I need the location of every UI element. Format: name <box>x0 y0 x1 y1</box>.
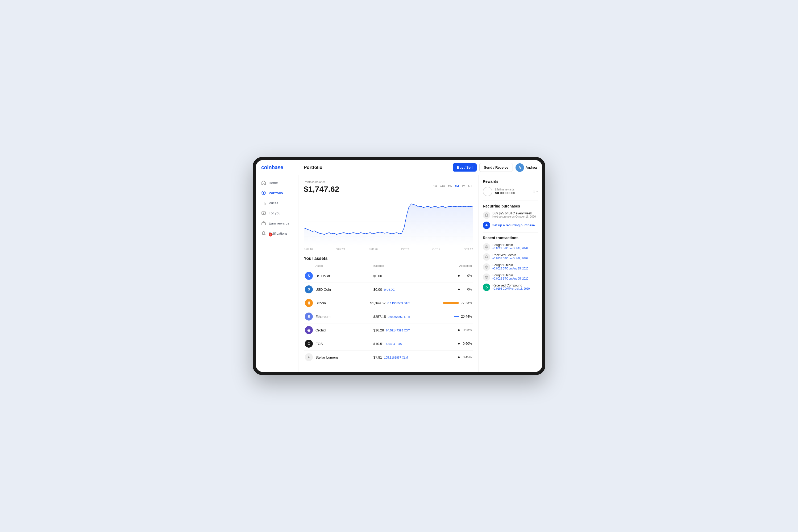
eth-alloc-bar <box>454 316 459 317</box>
recurring-item: Buy $25 of BTC every week Next occurence… <box>483 211 538 219</box>
oxt-icon: ◉ <box>305 326 313 334</box>
recurring-item-title: Buy $25 of BTC every week <box>492 211 536 215</box>
sidebar-item-home[interactable]: Home <box>256 178 298 188</box>
chart-label-oct7: OCT 7 <box>433 248 440 251</box>
tx-sub-1: +0.0021 BTC on Oct 09, 2020 <box>492 247 528 250</box>
timeframe-1m[interactable]: 1M <box>455 185 459 188</box>
right-panel: Rewards Lifetime rewards $0.00000000 ℹ ▾… <box>478 175 542 372</box>
chart-label-sep26: SEP 26 <box>369 248 378 251</box>
assets-section: Your assets Asset Balance Allocation $ U… <box>304 256 473 364</box>
setup-recurring-button[interactable]: + Set up a recurring purchase <box>483 222 538 229</box>
oxt-alloc-pct: 0.93% <box>462 328 472 332</box>
asset-row-usd[interactable]: $ US Dollar $0.00 0% <box>304 269 473 283</box>
xlm-icon: ✦ <box>305 353 313 361</box>
chart-timeframes: 1H 24H 1W 1M 1Y ALL <box>433 185 473 188</box>
btc-name: Bitcoin <box>316 301 370 305</box>
recurring-item-sub: Next occurence on October 16, 2020 <box>492 215 536 218</box>
recurring-info: Buy $25 of BTC every week Next occurence… <box>492 211 536 218</box>
rewards-chevron-icon[interactable]: ▾ <box>536 190 538 193</box>
timeframe-1h[interactable]: 1H <box>433 185 437 188</box>
btc-alloc-pct: 77.23% <box>461 301 472 305</box>
eth-alloc: 20.44% <box>451 315 472 318</box>
usdc-alloc-dot <box>458 289 460 290</box>
rewards-title: Rewards <box>483 179 538 184</box>
rewards-info: Lifetime rewards $0.00000000 <box>495 188 531 195</box>
rewards-amount: $0.00000000 <box>495 191 531 195</box>
usd-icon: $ <box>305 272 313 280</box>
chart-label-sep16: SEP 16 <box>304 248 313 251</box>
timeframe-1y[interactable]: 1Y <box>461 185 465 188</box>
timeframe-all[interactable]: ALL <box>468 185 473 188</box>
asset-row-btc[interactable]: ₿ Bitcoin $1,349.62 0.11905559 BTC 77.23… <box>304 296 473 310</box>
user-avatar[interactable]: A Andrea <box>515 163 537 172</box>
tx-item-1[interactable]: Bought Bitcoin +0.0021 BTC on Oct 09, 20… <box>483 243 538 251</box>
user-name: Andrea <box>526 166 537 169</box>
for-you-icon <box>261 211 266 215</box>
tx-item-2[interactable]: Received Bitcoin +0.0135 BTC on Oct 09, … <box>483 253 538 261</box>
tx-item-3[interactable]: Bought Bitcoin +0.0015 BTC on Aug 15, 20… <box>483 263 538 271</box>
svg-point-1 <box>263 192 264 194</box>
rewards-box: Lifetime rewards $0.00000000 ℹ ▾ <box>483 187 538 196</box>
svg-rect-6 <box>262 212 265 214</box>
tx-title-4: Bought Bitcoin <box>492 273 528 277</box>
eos-name: EOS <box>316 342 374 346</box>
tx-icon-2 <box>483 253 490 261</box>
usdc-balance: $0.00 0 USDC <box>374 288 451 291</box>
tx-sub-2: +0.0135 BTC on Oct 09, 2020 <box>492 257 528 260</box>
asset-row-oxt[interactable]: ◉ Orchid $16.28 64.59147393 OXT 0.93% <box>304 323 473 337</box>
btc-balance: $1,349.62 0.11905559 BTC <box>370 301 443 305</box>
sidebar-item-prices[interactable]: Prices <box>256 198 298 208</box>
eos-alloc: 0.60% <box>451 342 472 345</box>
notifications-icon: 1 <box>261 231 266 236</box>
xlm-alloc-dot <box>458 357 460 358</box>
tx-info-2: Received Bitcoin +0.0135 BTC on Oct 09, … <box>492 253 528 260</box>
tx-sub-3: +0.0015 BTC on Aug 15, 2020 <box>492 267 528 270</box>
sidebar-item-for-you[interactable]: For you <box>256 208 298 218</box>
tx-icon-3 <box>483 263 490 271</box>
tx-icon-5 <box>483 284 490 291</box>
btc-alloc: 77.23% <box>443 301 472 305</box>
svg-point-15 <box>486 255 487 257</box>
asset-row-usdc[interactable]: $ USD Coin $0.00 0 USDC 0% <box>304 283 473 296</box>
timeframe-1w[interactable]: 1W <box>448 185 452 188</box>
svg-marker-13 <box>304 204 473 246</box>
tablet-screen: coinbase Portfolio Buy / Sell Send / Rec… <box>256 160 542 372</box>
xlm-alloc-pct: 0.45% <box>462 355 472 359</box>
tx-item-4[interactable]: Bought Bitcoin +0.0016 BTC on Aug 05, 20… <box>483 273 538 281</box>
avatar-icon: A <box>515 163 524 172</box>
tx-info-4: Bought Bitcoin +0.0016 BTC on Aug 05, 20… <box>492 273 528 280</box>
buy-sell-button[interactable]: Buy / Sell <box>453 163 477 172</box>
tablet-frame: coinbase Portfolio Buy / Sell Send / Rec… <box>253 157 545 375</box>
usdc-icon: $ <box>305 285 313 293</box>
tx-item-5[interactable]: Received Compound +0.0195 COMP on Jul 16… <box>483 284 538 291</box>
portfolio-balance: $1,747.62 <box>304 185 339 194</box>
earn-rewards-label: Earn rewards <box>269 221 289 225</box>
timeframe-24h[interactable]: 24H <box>440 185 445 188</box>
svg-rect-4 <box>264 202 264 205</box>
asset-row-eos[interactable]: ⬡ EOS $10.51 4.0484 EOS 0.60% <box>304 337 473 350</box>
setup-recurring-label: Set up a recurring purchase <box>492 224 535 227</box>
chart-label-oct2: OCT 2 <box>401 248 409 251</box>
asset-row-xlm[interactable]: ✦ Stellar Lumens $7.81 105.1161867 XLM 0… <box>304 350 473 364</box>
chart-date-labels: SEP 16 SEP 21 SEP 26 OCT 2 OCT 7 OCT 12 <box>304 248 473 251</box>
asset-row-eth[interactable]: Ξ Ethereum $357.15 0.95468859 ETH 20.44% <box>304 310 473 323</box>
prices-label: Prices <box>269 201 278 205</box>
sidebar-item-notifications[interactable]: 1 Notifications <box>256 228 298 238</box>
rewards-circle-icon <box>483 187 492 196</box>
sidebar-item-portfolio[interactable]: Portfolio <box>256 188 298 198</box>
earn-rewards-icon <box>261 221 266 226</box>
tx-title-1: Bought Bitcoin <box>492 243 528 247</box>
usd-balance: $0.00 <box>374 274 451 278</box>
svg-rect-2 <box>262 204 262 205</box>
home-label: Home <box>269 181 278 185</box>
home-icon <box>261 180 266 185</box>
usdc-alloc: 0% <box>451 288 472 291</box>
btc-icon: ₿ <box>305 299 313 307</box>
rewards-actions: ℹ ▾ <box>533 189 538 194</box>
xlm-balance: $7.81 105.1161867 XLM <box>374 355 451 359</box>
send-receive-button[interactable]: Send / Receive <box>479 163 513 172</box>
sidebar-item-earn-rewards[interactable]: Earn rewards <box>256 218 298 228</box>
tx-icon-4 <box>483 273 490 281</box>
rewards-info-icon[interactable]: ℹ <box>533 189 535 194</box>
eos-balance: $10.51 4.0484 EOS <box>374 342 451 346</box>
